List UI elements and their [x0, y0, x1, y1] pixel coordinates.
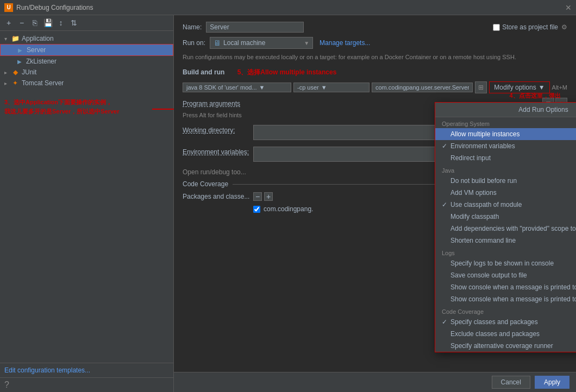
tree-item-server[interactable]: ▶ Server [0, 44, 173, 56]
manage-targets-link[interactable]: Manage targets... [320, 39, 370, 47]
tree-label-server: Server [27, 46, 46, 54]
run-on-row: Run on: 🖥 Local machine ▼ Manage targets… [183, 37, 567, 49]
name-row: Name: Store as project file ⚙ [183, 22, 567, 33]
dialog-footer: Cancel Apply [174, 372, 576, 392]
run-on-select[interactable]: 🖥 Local machine ▼ [210, 37, 313, 49]
popup-item-no-build[interactable]: Do not build before run [435, 175, 576, 187]
name-input[interactable] [206, 22, 304, 33]
popup-item-show-stderr[interactable]: Show console when a message is printed t… [435, 293, 576, 305]
folder-icon: 📁 [11, 34, 20, 43]
window-title: Run/Debug Configurations [16, 4, 93, 11]
pkg-controls: − + [253, 192, 273, 201]
tree-item-application[interactable]: ▾ 📁 Application [0, 33, 173, 44]
check-icon: ✓ [442, 318, 450, 326]
item-label: Shorten command line [450, 237, 576, 244]
tree-label-zklistener: ZkListener [26, 58, 57, 65]
pkg-remove-btn[interactable]: − [253, 192, 262, 201]
run-on-value: Local machine [223, 39, 265, 47]
popup-section-logs: Logs [435, 246, 576, 257]
tomcat-icon: ✦ [11, 79, 20, 87]
store-label: Store as project file [502, 23, 558, 31]
cp-select[interactable]: -cp user ▼ [293, 83, 370, 92]
title-bar: U Run/Debug Configurations ✕ [0, 0, 576, 15]
tree-label-tomcat: Tomcat Server [22, 79, 64, 87]
popup-item-add-deps[interactable]: Add dependencies with "provided" scope t… [435, 223, 576, 235]
sdk-value: java 8 SDK of 'user' mod... [186, 84, 257, 91]
tree-item-junit[interactable]: ▸ ◆ JUnit [0, 67, 173, 78]
add-run-options-popup: Add Run Options Operating System Allow m… [435, 102, 576, 352]
packages-label: Packages and classe... [183, 193, 253, 200]
sdk-select[interactable]: java 8 SDK of 'user' mod... ▼ [183, 83, 291, 92]
cancel-button[interactable]: Cancel [492, 376, 530, 389]
config-icon-zklistener: ▶ [15, 57, 24, 66]
popup-item-env-vars[interactable]: ✓ Environment variables Alt+E [435, 140, 576, 152]
open-run-debug-label: Open run/debug too... [183, 168, 246, 176]
store-checkbox[interactable] [493, 24, 500, 31]
sidebar-bottom: Edit configuration templates... [0, 363, 173, 377]
env-vars-label: Environment variables: [183, 147, 253, 156]
tree-item-tomcat[interactable]: ▸ ✦ Tomcat Server [0, 78, 173, 88]
edit-templates-link[interactable]: Edit configuration templates... [4, 366, 90, 374]
popup-section-code-coverage: Code Coverage [435, 305, 576, 316]
move-config-button[interactable]: ↕ [55, 17, 66, 28]
item-label: Specify logs to be shown in console [450, 260, 576, 267]
popup-title: Add Run Options [435, 103, 576, 117]
alt-hint: Alt+M [552, 84, 567, 91]
app-icon: U [4, 3, 13, 12]
item-label: Add dependencies with "provided" scope t… [450, 225, 576, 232]
item-label: Show console when a message is printed t… [450, 283, 576, 291]
popup-item-exclude-classes[interactable]: Exclude classes and packages [435, 328, 576, 340]
tree-label-junit: JUnit [22, 68, 36, 76]
modify-options-button[interactable]: Modify options ▼ [489, 81, 549, 93]
sort-config-button[interactable]: ⇅ [68, 17, 79, 28]
annotation-5: 5、选择Allow multiple instances [237, 68, 337, 76]
popup-item-redirect-input[interactable]: Redirect input [435, 152, 576, 164]
item-label: Environment variables [450, 142, 576, 150]
modify-options-arrow: ▼ [539, 84, 545, 91]
item-label: Specify alternative coverage runner [450, 342, 576, 350]
tree-label-application: Application [22, 35, 54, 42]
tree-item-zklistener[interactable]: ▶ ZkListener [0, 56, 173, 67]
copy-config-button[interactable]: ⎘ [29, 17, 40, 28]
dropdown-arrow: ▼ [304, 40, 309, 46]
build-run-title: Build and run 5、选择Allow multiple instanc… [183, 68, 567, 77]
close-button[interactable]: ✕ [565, 3, 572, 12]
working-dir-label: Working directory: [183, 125, 253, 134]
apply-button[interactable]: Apply [535, 376, 569, 389]
help-button[interactable]: ? [0, 377, 173, 392]
item-label: Show console when a message is printed t… [450, 295, 576, 303]
build-run-toolbar: java 8 SDK of 'user' mod... ▼ -cp user ▼… [183, 81, 567, 93]
cp-value: -cp user [297, 84, 319, 91]
sidebar: + − ⎘ 💾 ↕ ⇅ ▾ 📁 Application ▶ Server ▶ Z… [0, 15, 174, 392]
store-checkbox-row: Store as project file ⚙ [493, 23, 567, 31]
right-panel: Name: Store as project file ⚙ Run on: 🖥 … [174, 15, 576, 392]
item-label: Specify classes and packages [450, 318, 576, 326]
item-label: Allow multiple instances [450, 130, 576, 138]
popup-section-java: Java [435, 164, 576, 175]
remove-config-button[interactable]: − [16, 17, 27, 28]
popup-item-alt-coverage[interactable]: Specify alternative coverage runner [435, 340, 576, 352]
save-config-button[interactable]: 💾 [42, 17, 53, 28]
popup-item-logs-console[interactable]: Specify logs to be shown in console [435, 257, 576, 269]
main-container: + − ⎘ 💾 ↕ ⇅ ▾ 📁 Application ▶ Server ▶ Z… [0, 15, 576, 392]
main-class-input[interactable] [372, 83, 473, 92]
popup-item-specify-classes[interactable]: ✓ Specify classes and packages [435, 316, 576, 328]
item-label: Do not build before run [450, 177, 576, 185]
pkg-checkbox[interactable] [253, 206, 260, 213]
config-tree: ▾ 📁 Application ▶ Server ▶ ZkListener ▸ … [0, 31, 173, 363]
item-label: Redirect input [450, 154, 576, 162]
popup-item-add-vm[interactable]: Add VM options Alt+V [435, 187, 576, 199]
pkg-add-btn[interactable]: + [264, 192, 273, 201]
popup-item-use-classpath[interactable]: ✓ Use classpath of module Alt+O [435, 199, 576, 211]
main-class-expand-btn[interactable]: ⊞ [475, 81, 487, 93]
config-icon-server: ▶ [16, 46, 24, 54]
popup-item-modify-classpath[interactable]: Modify classpath [435, 211, 576, 223]
popup-item-show-stdout[interactable]: Show console when a message is printed t… [435, 281, 576, 293]
popup-item-shorten-cmd[interactable]: Shorten command line [435, 235, 576, 246]
popup-item-save-console[interactable]: Save console output to file [435, 269, 576, 281]
item-label: Exclude classes and packages [450, 330, 576, 338]
run-on-label: Run on: [183, 39, 205, 47]
popup-item-allow-multiple[interactable]: Allow multiple instances Alt+U [435, 128, 576, 140]
modify-options-label: Modify options [494, 84, 536, 91]
add-config-button[interactable]: + [3, 17, 14, 28]
